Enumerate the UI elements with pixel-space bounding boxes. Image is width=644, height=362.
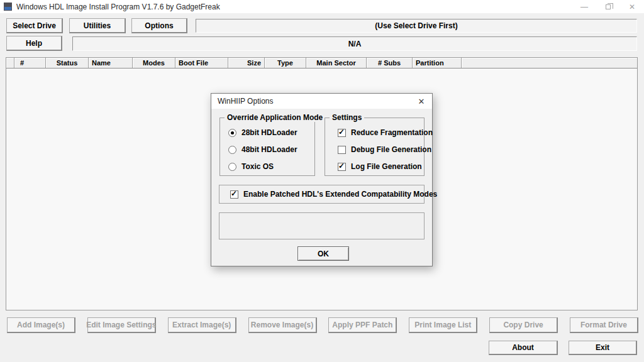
image-actions-row: Add Image(s) Edit Image Settings Extract… — [7, 317, 638, 333]
remove-images-button[interactable]: Remove Image(s) — [248, 317, 317, 333]
edit-image-settings-button[interactable]: Edit Image Settings — [87, 317, 156, 333]
checkbox-label: Enable Patched HDL's Extended Compatabil… — [243, 190, 437, 199]
radio-label: 48bit HDLoader — [242, 145, 297, 154]
close-icon[interactable]: ✕ — [620, 0, 644, 13]
header-cell-bootfile[interactable]: Boot File — [175, 58, 228, 68]
checkbox-log-file-generation[interactable]: Log File Generation — [338, 162, 424, 171]
checkbox-icon[interactable] — [338, 146, 346, 154]
override-mode-caption: Override Application Mode — [225, 113, 325, 122]
checkbox-reduce-fragmentation[interactable]: Reduce Fragmentation — [338, 128, 424, 137]
copy-drive-button[interactable]: Copy Drive — [489, 317, 558, 333]
window-titlebar: Windows HDL Image Install Program V1.7.6… — [0, 0, 644, 13]
print-image-list-button[interactable]: Print Image List — [409, 317, 477, 333]
ok-button[interactable]: OK — [297, 246, 349, 261]
checkbox-enable-patched-hdl[interactable]: Enable Patched HDL's Extended Compatabil… — [230, 190, 437, 199]
format-drive-button[interactable]: Format Drive — [570, 317, 638, 333]
winhiip-options-dialog: WinHIIP Options ✕ Override Application M… — [211, 93, 433, 266]
header-cell-type[interactable]: Type — [265, 58, 306, 68]
apply-ppf-patch-button[interactable]: Apply PPF Patch — [328, 317, 397, 333]
notes-panel — [219, 212, 425, 239]
header-cell-selector[interactable] — [6, 58, 14, 68]
drive-status-panel: (Use Select Drive First) — [196, 19, 637, 33]
header-cell-partition[interactable]: Partition — [413, 58, 462, 68]
minimize-icon[interactable]: — — [572, 0, 596, 13]
window-title: Windows HDL Image Install Program V1.7.6… — [16, 3, 220, 11]
dialog-close-icon[interactable]: ✕ — [411, 94, 432, 109]
header-cell-subs[interactable]: # Subs — [367, 58, 413, 68]
header-cell-filler — [462, 58, 637, 68]
header-cell-size[interactable]: Size — [228, 58, 265, 68]
help-button[interactable]: Help — [6, 36, 62, 51]
list-header: # Status Name Modes Boot File Size Type … — [6, 58, 637, 69]
header-cell-name[interactable]: Name — [89, 58, 133, 68]
checkbox-debug-file-generation[interactable]: Debug File Generation — [338, 145, 424, 154]
checkbox-label: Debug File Generation — [351, 145, 431, 154]
restore-icon[interactable] — [596, 0, 620, 13]
exit-button[interactable]: Exit — [569, 341, 637, 355]
settings-caption: Settings — [330, 113, 364, 122]
header-cell-status[interactable]: Status — [46, 58, 89, 68]
radio-icon[interactable] — [228, 163, 236, 171]
radio-28bit-hdloader[interactable]: 28bit HDLoader — [228, 128, 314, 137]
add-images-button[interactable]: Add Image(s) — [7, 317, 75, 333]
dialog-titlebar[interactable]: WinHIIP Options ✕ — [211, 94, 432, 109]
header-cell-number[interactable]: # — [14, 58, 46, 68]
override-mode-group: Override Application Mode 28bit HDLoader… — [219, 118, 315, 176]
radio-label: Toxic OS — [242, 162, 274, 171]
radio-label: 28bit HDLoader — [242, 128, 297, 137]
about-button[interactable]: About — [489, 341, 558, 355]
checkbox-label: Log File Generation — [351, 162, 422, 171]
utilities-button[interactable]: Utilities — [69, 18, 126, 33]
radio-icon[interactable] — [228, 129, 236, 137]
enable-patched-hdl-panel: Enable Patched HDL's Extended Compatabil… — [219, 185, 425, 204]
checkbox-icon[interactable] — [338, 163, 346, 171]
window-controls: — ✕ — [572, 0, 644, 13]
radio-48bit-hdloader[interactable]: 48bit HDLoader — [228, 145, 314, 154]
extract-images-button[interactable]: Extract Image(s) — [168, 317, 236, 333]
app-icon — [4, 3, 12, 11]
checkbox-label: Reduce Fragmentation — [351, 128, 433, 137]
radio-toxic-os[interactable]: Toxic OS — [228, 162, 314, 171]
options-button[interactable]: Options — [131, 18, 187, 33]
dialog-title: WinHIIP Options — [218, 97, 273, 106]
drive-info-panel: N/A — [72, 36, 637, 51]
select-drive-button[interactable]: Select Drive — [6, 18, 63, 33]
settings-group: Settings Reduce Fragmentation Debug File… — [325, 118, 425, 176]
header-cell-modes[interactable]: Modes — [133, 58, 175, 68]
radio-icon[interactable] — [228, 146, 236, 154]
header-cell-mainsector[interactable]: Main Sector — [306, 58, 367, 68]
checkbox-icon[interactable] — [338, 129, 346, 137]
checkbox-icon[interactable] — [230, 190, 238, 199]
